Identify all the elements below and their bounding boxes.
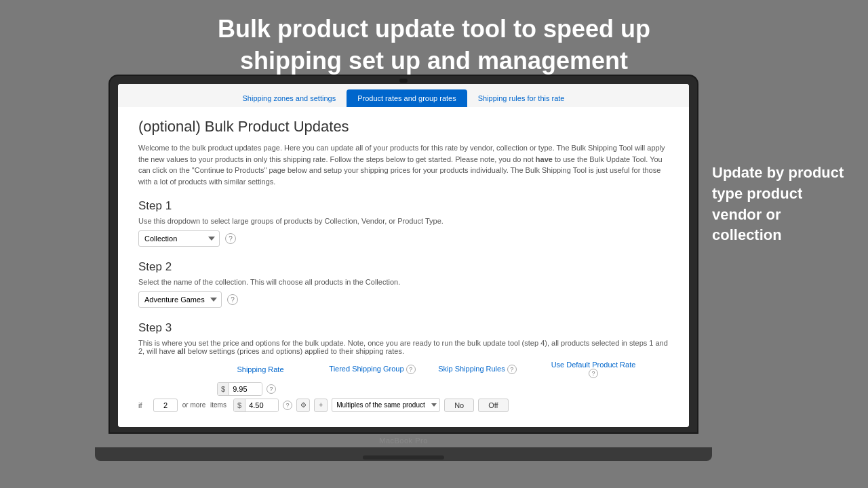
col-header-use-default: Use Default Product Rate ? <box>518 361 669 378</box>
items-label: items <box>210 401 229 409</box>
col-header-shipping-rate: Shipping Rate <box>213 365 308 373</box>
step3-section: Step 3 This is where you set the price a… <box>138 321 669 412</box>
price2-help-btn[interactable]: ? <box>283 401 292 410</box>
dollar-sign-1: $ <box>218 383 229 395</box>
tab-product-rates[interactable]: Product rates and group rates <box>347 89 467 107</box>
macbook-frame: Shipping zones and settings Product rate… <box>108 75 698 461</box>
side-annotation: Update by product type product vendor or… <box>712 163 848 246</box>
dollar-sign-2: $ <box>234 399 245 411</box>
step2-controls: Adventure Games Board Games Card Games P… <box>138 291 669 308</box>
col-header-tiered: Tiered Shipping Group ? <box>315 365 430 374</box>
step3-desc: This is where you set the price and opti… <box>138 339 669 355</box>
macbook-label: MacBook Pro <box>108 436 698 445</box>
price1-help-btn[interactable]: ? <box>267 384 276 394</box>
price1-input-group: $ <box>217 382 262 396</box>
main-content: (optional) Bulk Product Updates Welcome … <box>118 107 689 427</box>
step1-title: Step 1 <box>138 199 669 213</box>
step2-help-icon[interactable]: ? <box>227 294 238 305</box>
or-more-label: or more <box>182 401 206 409</box>
if-label: if <box>138 401 149 409</box>
tiered-dropdown[interactable]: Multiples of the same product Any produc… <box>332 398 440 412</box>
tab-shipping-zones[interactable]: Shipping zones and settings <box>232 89 347 107</box>
app-content: Shipping zones and settings Product rate… <box>118 84 689 427</box>
macbook-screen: Shipping zones and settings Product rate… <box>118 84 689 427</box>
skip-rules-no-btn[interactable]: No <box>444 399 474 412</box>
step3-title: Step 3 <box>138 321 669 335</box>
step2-section: Step 2 Select the name of the collection… <box>138 260 669 308</box>
macbook-body: Shipping zones and settings Product rate… <box>108 75 698 434</box>
price2-settings-btn[interactable]: ⚙ <box>296 399 310 412</box>
qty-input[interactable] <box>153 399 178 412</box>
step1-section: Step 1 Use this dropdown to select large… <box>138 199 669 247</box>
page-headline: Bulk product update tool to speed up shi… <box>0 7 868 84</box>
macbook-base <box>95 447 712 461</box>
intro-text: Welcome to the bulk product updates page… <box>138 142 669 187</box>
price1-input[interactable] <box>229 383 262 395</box>
use-default-header-help[interactable]: ? <box>589 369 598 378</box>
step3-table-header: Shipping Rate Tiered Shipping Group ? Sk… <box>138 361 669 378</box>
tiered-header-help[interactable]: ? <box>406 365 416 374</box>
step2-desc: Select the name of the collection. This … <box>138 278 669 286</box>
price2-input-group: $ <box>233 399 279 412</box>
skip-header-help[interactable]: ? <box>507 365 517 374</box>
price2-add-btn[interactable]: + <box>314 399 328 412</box>
col-header-skip: Skip Shipping Rules ? <box>437 365 518 374</box>
step1-dropdown[interactable]: Collection Vendor Product Type <box>138 230 220 247</box>
step1-help-icon[interactable]: ? <box>225 233 236 244</box>
step2-title: Step 2 <box>138 260 669 274</box>
nav-tabs: Shipping zones and settings Product rate… <box>118 84 689 107</box>
step1-desc: Use this dropdown to select large groups… <box>138 217 669 225</box>
macbook-notch <box>399 79 408 83</box>
step1-controls: Collection Vendor Product Type ? <box>138 230 669 247</box>
use-default-off-btn[interactable]: Off <box>478 399 508 412</box>
table-row-1: $ ? <box>138 382 669 396</box>
step2-dropdown[interactable]: Adventure Games Board Games Card Games P… <box>138 291 222 308</box>
table-row-2: if or more items $ ? ⚙ + <box>138 398 669 412</box>
price2-input[interactable] <box>245 399 278 411</box>
tab-shipping-rules[interactable]: Shipping rules for this rate <box>467 89 576 107</box>
page-title: (optional) Bulk Product Updates <box>138 118 669 136</box>
